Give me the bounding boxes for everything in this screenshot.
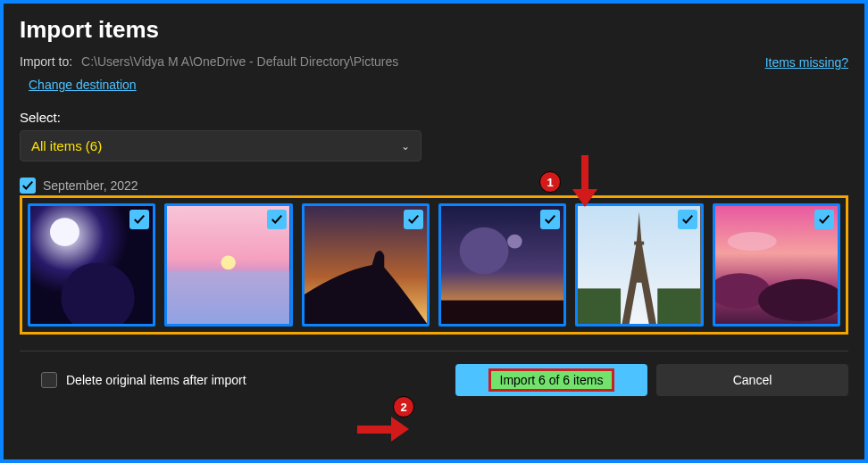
select-dropdown[interactable]: All items (6) ⌄ <box>20 130 421 161</box>
thumbnail-item[interactable] <box>438 203 566 327</box>
check-icon <box>544 213 556 226</box>
check-icon <box>271 213 283 226</box>
import-button-label: Import 6 of 6 items <box>488 368 615 392</box>
svg-point-8 <box>460 227 509 275</box>
thumbnail-gallery <box>20 195 848 335</box>
thumbnail-item[interactable] <box>28 203 155 327</box>
import-to-path: C:\Users\Vidya M A\OneDrive - Default Di… <box>81 54 398 69</box>
check-icon <box>681 213 694 226</box>
change-destination-link[interactable]: Change destination <box>29 78 137 92</box>
svg-rect-14 <box>632 271 647 275</box>
annotation-arrow-down <box>579 155 591 207</box>
cancel-button[interactable]: Cancel <box>656 364 848 396</box>
date-group-checkbox[interactable] <box>20 178 36 194</box>
items-missing-link[interactable]: Items missing? <box>765 55 848 70</box>
check-icon <box>133 213 146 226</box>
svg-rect-15 <box>634 242 644 245</box>
dialog-title: Import items <box>20 16 848 44</box>
thumbnail-item[interactable] <box>302 203 430 327</box>
import-button[interactable]: Import 6 of 6 items <box>455 364 647 396</box>
check-icon <box>818 213 830 226</box>
svg-rect-10 <box>441 301 563 324</box>
import-to-line: Import to: C:\Users\Vidya M A\OneDrive -… <box>20 54 398 69</box>
svg-rect-12 <box>578 288 621 324</box>
thumbnail-item[interactable] <box>713 203 840 327</box>
select-label: Select: <box>20 110 848 125</box>
select-value: All items (6) <box>31 138 102 153</box>
thumbnail-item[interactable] <box>164 203 292 327</box>
svg-point-19 <box>727 232 776 251</box>
annotation-badge-2: 2 <box>393 396 414 418</box>
svg-rect-5 <box>167 271 289 324</box>
check-icon <box>21 179 34 192</box>
svg-point-9 <box>507 235 522 249</box>
svg-point-4 <box>221 255 236 269</box>
chevron-down-icon: ⌄ <box>401 140 410 153</box>
annotation-arrow-right <box>357 421 411 439</box>
thumbnail-checkbox[interactable] <box>814 210 834 229</box>
svg-point-1 <box>50 218 79 246</box>
check-icon <box>407 213 420 226</box>
thumbnail-checkbox[interactable] <box>267 210 287 229</box>
thumbnail-item[interactable] <box>575 203 703 327</box>
annotation-badge-1: 1 <box>539 171 561 193</box>
thumbnail-checkbox[interactable] <box>404 210 423 229</box>
delete-originals-label: Delete original items after import <box>66 373 246 387</box>
divider <box>20 351 848 351</box>
thumbnail-checkbox[interactable] <box>678 210 697 229</box>
thumbnail-checkbox[interactable] <box>540 210 560 229</box>
date-group-label: September, 2022 <box>43 178 138 193</box>
svg-rect-13 <box>658 288 701 324</box>
import-to-label: Import to: <box>20 54 72 69</box>
thumbnail-checkbox[interactable] <box>129 210 149 229</box>
delete-originals-checkbox[interactable] <box>41 372 57 388</box>
